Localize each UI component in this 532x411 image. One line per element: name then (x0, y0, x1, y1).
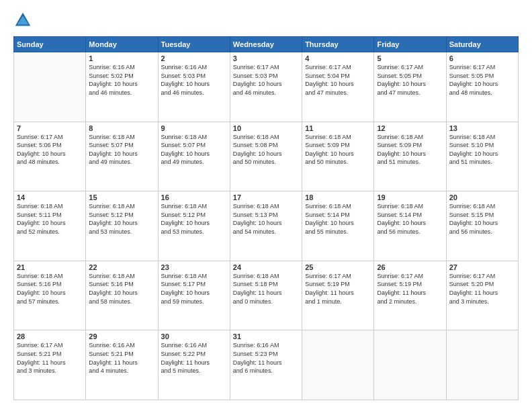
calendar-cell: 27Sunrise: 6:17 AM Sunset: 5:20 PM Dayli… (446, 261, 518, 330)
day-number: 18 (305, 193, 371, 201)
logo-icon (13, 11, 32, 30)
day-number: 21 (17, 263, 83, 271)
day-info: Sunrise: 6:17 AM Sunset: 5:04 PM Dayligh… (305, 63, 371, 97)
day-info: Sunrise: 6:17 AM Sunset: 5:05 PM Dayligh… (377, 63, 443, 97)
day-info: Sunrise: 6:18 AM Sunset: 5:17 PM Dayligh… (161, 272, 227, 306)
calendar-week-row: 28Sunrise: 6:17 AM Sunset: 5:21 PM Dayli… (14, 330, 519, 400)
day-info: Sunrise: 6:18 AM Sunset: 5:07 PM Dayligh… (161, 133, 227, 167)
calendar-cell: 25Sunrise: 6:17 AM Sunset: 5:19 PM Dayli… (302, 261, 374, 330)
day-info: Sunrise: 6:18 AM Sunset: 5:16 PM Dayligh… (89, 272, 154, 306)
calendar-cell (446, 330, 518, 400)
day-info: Sunrise: 6:18 AM Sunset: 5:10 PM Dayligh… (449, 133, 515, 167)
calendar-week-row: 1Sunrise: 6:16 AM Sunset: 5:02 PM Daylig… (14, 52, 519, 122)
calendar-cell: 20Sunrise: 6:18 AM Sunset: 5:15 PM Dayli… (446, 191, 518, 261)
calendar-cell: 10Sunrise: 6:18 AM Sunset: 5:08 PM Dayli… (230, 122, 302, 191)
day-info: Sunrise: 6:17 AM Sunset: 5:20 PM Dayligh… (449, 272, 515, 306)
calendar-cell: 5Sunrise: 6:17 AM Sunset: 5:05 PM Daylig… (374, 52, 446, 122)
day-info: Sunrise: 6:17 AM Sunset: 5:19 PM Dayligh… (377, 272, 443, 306)
day-number: 9 (161, 124, 227, 132)
calendar-cell (14, 52, 86, 122)
day-info: Sunrise: 6:17 AM Sunset: 5:19 PM Dayligh… (305, 272, 371, 306)
calendar-cell: 22Sunrise: 6:18 AM Sunset: 5:16 PM Dayli… (86, 261, 158, 330)
day-info: Sunrise: 6:18 AM Sunset: 5:18 PM Dayligh… (233, 272, 299, 306)
calendar-cell (374, 330, 446, 400)
weekday-header: Friday (374, 37, 446, 52)
calendar-cell: 13Sunrise: 6:18 AM Sunset: 5:10 PM Dayli… (446, 122, 518, 191)
weekday-header: Tuesday (158, 37, 230, 52)
calendar-cell: 12Sunrise: 6:18 AM Sunset: 5:09 PM Dayli… (374, 122, 446, 191)
day-info: Sunrise: 6:16 AM Sunset: 5:03 PM Dayligh… (161, 63, 227, 97)
day-number: 26 (377, 263, 443, 271)
calendar-cell: 26Sunrise: 6:17 AM Sunset: 5:19 PM Dayli… (374, 261, 446, 330)
calendar-week-row: 21Sunrise: 6:18 AM Sunset: 5:16 PM Dayli… (14, 261, 519, 330)
day-number: 25 (305, 263, 371, 271)
day-info: Sunrise: 6:18 AM Sunset: 5:12 PM Dayligh… (161, 202, 227, 236)
calendar-cell: 30Sunrise: 6:16 AM Sunset: 5:22 PM Dayli… (158, 330, 230, 400)
weekday-header: Thursday (302, 37, 374, 52)
calendar-cell: 18Sunrise: 6:18 AM Sunset: 5:14 PM Dayli… (302, 191, 374, 261)
day-info: Sunrise: 6:18 AM Sunset: 5:13 PM Dayligh… (233, 202, 299, 236)
day-info: Sunrise: 6:16 AM Sunset: 5:21 PM Dayligh… (89, 341, 154, 375)
day-info: Sunrise: 6:16 AM Sunset: 5:02 PM Dayligh… (89, 63, 154, 97)
calendar-cell: 14Sunrise: 6:18 AM Sunset: 5:11 PM Dayli… (14, 191, 86, 261)
day-info: Sunrise: 6:18 AM Sunset: 5:08 PM Dayligh… (233, 133, 299, 167)
calendar-cell: 28Sunrise: 6:17 AM Sunset: 5:21 PM Dayli… (14, 330, 86, 400)
day-number: 19 (377, 193, 443, 201)
day-number: 12 (377, 124, 443, 132)
calendar-cell: 9Sunrise: 6:18 AM Sunset: 5:07 PM Daylig… (158, 122, 230, 191)
calendar-cell: 16Sunrise: 6:18 AM Sunset: 5:12 PM Dayli… (158, 191, 230, 261)
calendar-week-row: 7Sunrise: 6:17 AM Sunset: 5:06 PM Daylig… (14, 122, 519, 191)
day-number: 4 (305, 54, 371, 62)
day-number: 23 (161, 263, 227, 271)
weekday-header: Saturday (446, 37, 518, 52)
calendar-cell: 19Sunrise: 6:18 AM Sunset: 5:14 PM Dayli… (374, 191, 446, 261)
day-number: 29 (89, 332, 154, 340)
day-number: 3 (233, 54, 299, 62)
day-number: 16 (161, 193, 227, 201)
day-number: 5 (377, 54, 443, 62)
logo (13, 11, 35, 30)
calendar-cell: 2Sunrise: 6:16 AM Sunset: 5:03 PM Daylig… (158, 52, 230, 122)
day-info: Sunrise: 6:18 AM Sunset: 5:11 PM Dayligh… (17, 202, 83, 236)
day-info: Sunrise: 6:18 AM Sunset: 5:07 PM Dayligh… (89, 133, 154, 167)
day-number: 6 (449, 54, 515, 62)
day-info: Sunrise: 6:16 AM Sunset: 5:23 PM Dayligh… (233, 341, 299, 375)
day-number: 8 (89, 124, 154, 132)
calendar-cell (302, 330, 374, 400)
calendar-table: SundayMondayTuesdayWednesdayThursdayFrid… (13, 36, 519, 400)
day-info: Sunrise: 6:18 AM Sunset: 5:14 PM Dayligh… (377, 202, 443, 236)
day-info: Sunrise: 6:18 AM Sunset: 5:15 PM Dayligh… (449, 202, 515, 236)
calendar-cell: 1Sunrise: 6:16 AM Sunset: 5:02 PM Daylig… (86, 52, 158, 122)
calendar-cell: 4Sunrise: 6:17 AM Sunset: 5:04 PM Daylig… (302, 52, 374, 122)
day-number: 22 (89, 263, 154, 271)
calendar-cell: 31Sunrise: 6:16 AM Sunset: 5:23 PM Dayli… (230, 330, 302, 400)
day-number: 31 (233, 332, 299, 340)
day-info: Sunrise: 6:18 AM Sunset: 5:16 PM Dayligh… (17, 272, 83, 306)
calendar-cell: 3Sunrise: 6:17 AM Sunset: 5:03 PM Daylig… (230, 52, 302, 122)
calendar-cell: 8Sunrise: 6:18 AM Sunset: 5:07 PM Daylig… (86, 122, 158, 191)
day-info: Sunrise: 6:18 AM Sunset: 5:09 PM Dayligh… (377, 133, 443, 167)
calendar-cell: 17Sunrise: 6:18 AM Sunset: 5:13 PM Dayli… (230, 191, 302, 261)
day-number: 15 (89, 193, 154, 201)
day-number: 1 (89, 54, 154, 62)
calendar-week-row: 14Sunrise: 6:18 AM Sunset: 5:11 PM Dayli… (14, 191, 519, 261)
calendar-cell: 24Sunrise: 6:18 AM Sunset: 5:18 PM Dayli… (230, 261, 302, 330)
day-number: 17 (233, 193, 299, 201)
day-number: 11 (305, 124, 371, 132)
day-number: 24 (233, 263, 299, 271)
day-number: 13 (449, 124, 515, 132)
calendar-cell: 11Sunrise: 6:18 AM Sunset: 5:09 PM Dayli… (302, 122, 374, 191)
day-info: Sunrise: 6:17 AM Sunset: 5:06 PM Dayligh… (17, 133, 83, 167)
calendar-cell: 23Sunrise: 6:18 AM Sunset: 5:17 PM Dayli… (158, 261, 230, 330)
header (13, 11, 519, 30)
day-info: Sunrise: 6:17 AM Sunset: 5:21 PM Dayligh… (17, 341, 83, 375)
day-info: Sunrise: 6:17 AM Sunset: 5:03 PM Dayligh… (233, 63, 299, 97)
day-number: 2 (161, 54, 227, 62)
calendar-cell: 15Sunrise: 6:18 AM Sunset: 5:12 PM Dayli… (86, 191, 158, 261)
weekday-header: Monday (86, 37, 158, 52)
page: SundayMondayTuesdayWednesdayThursdayFrid… (0, 0, 532, 411)
day-info: Sunrise: 6:16 AM Sunset: 5:22 PM Dayligh… (161, 341, 227, 375)
weekday-header: Sunday (14, 37, 86, 52)
day-number: 7 (17, 124, 83, 132)
day-number: 14 (17, 193, 83, 201)
